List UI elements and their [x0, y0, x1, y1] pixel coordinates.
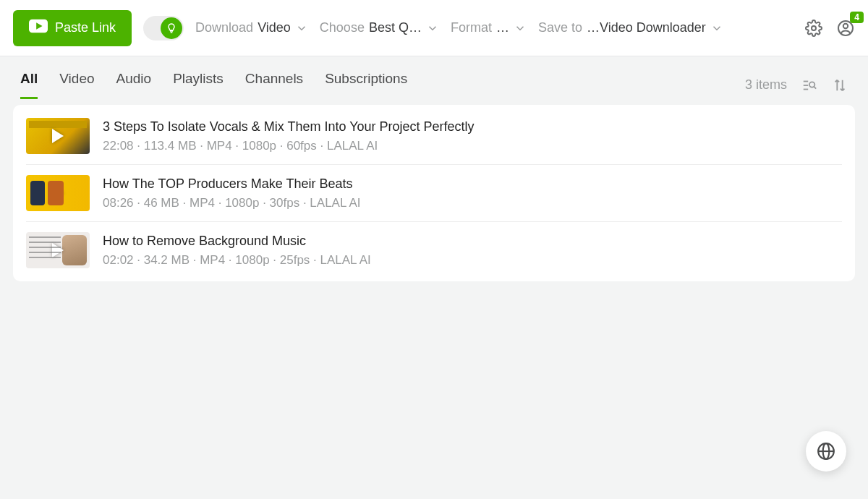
- youtube-icon: [29, 19, 48, 37]
- video-meta: 02:02 · 34.2 MB · MP4 · 1080p · 25fps · …: [103, 253, 371, 268]
- save-to-value: …Video Downloader: [587, 20, 706, 35]
- notification-badge: 4: [850, 12, 864, 23]
- video-title: How The TOP Producers Make Their Beats: [103, 176, 361, 192]
- video-title: How to Remove Background Music: [103, 234, 371, 249]
- filter-tabs-row: AllVideoAudioPlaylistsChannelsSubscripti…: [0, 56, 868, 99]
- quality-value: Best Q…: [369, 20, 422, 35]
- downloads-list: 3 Steps To Isolate Vocals & Mix Them Int…: [13, 105, 855, 281]
- tab-all[interactable]: All: [20, 71, 38, 99]
- toolbar-right: 4: [804, 19, 855, 38]
- list-item-body: 3 Steps To Isolate Vocals & Mix Them Int…: [103, 119, 475, 153]
- format-select[interactable]: Format …: [451, 20, 527, 35]
- format-value: …: [496, 20, 509, 35]
- svg-point-2: [812, 26, 816, 30]
- list-item[interactable]: How to Remove Background Music 02:02 · 3…: [13, 222, 855, 278]
- quality-label: Choose: [320, 20, 365, 35]
- gear-icon: [805, 20, 822, 37]
- settings-button[interactable]: [804, 19, 823, 38]
- globe-icon: [817, 442, 835, 461]
- list-item[interactable]: 3 Steps To Isolate Vocals & Mix Them Int…: [13, 108, 855, 164]
- video-meta: 08:26 · 46 MB · MP4 · 1080p · 30fps · LA…: [103, 196, 361, 210]
- tab-playlists[interactable]: Playlists: [173, 71, 224, 99]
- video-thumbnail: [26, 118, 90, 154]
- play-icon: [52, 243, 64, 257]
- svg-line-9: [814, 86, 816, 88]
- lightbulb-icon: [161, 17, 182, 39]
- tab-channels[interactable]: Channels: [245, 71, 303, 99]
- save-to-select[interactable]: Save to …Video Downloader: [538, 20, 723, 35]
- quality-select[interactable]: Choose Best Q…: [320, 20, 439, 35]
- paste-link-label: Paste Link: [55, 20, 116, 35]
- paste-link-button[interactable]: Paste Link: [13, 10, 132, 46]
- filter-tabs: AllVideoAudioPlaylistsChannelsSubscripti…: [20, 71, 407, 99]
- play-icon: [52, 186, 64, 200]
- save-to-label: Save to: [538, 20, 582, 35]
- download-type-label: Download: [195, 20, 253, 35]
- list-item-body: How to Remove Background Music 02:02 · 3…: [103, 234, 371, 268]
- list-item-body: How The TOP Producers Make Their Beats 0…: [103, 176, 361, 210]
- search-list-icon[interactable]: [801, 77, 817, 93]
- video-title: 3 Steps To Isolate Vocals & Mix Them Int…: [103, 119, 475, 135]
- browser-fab[interactable]: [806, 431, 846, 472]
- chevron-down-icon: [426, 22, 439, 35]
- svg-point-8: [809, 82, 814, 87]
- tab-audio[interactable]: Audio: [116, 71, 152, 99]
- item-count: 3 items: [745, 77, 787, 93]
- list-item[interactable]: How The TOP Producers Make Their Beats 0…: [13, 165, 855, 221]
- video-meta: 22:08 · 113.4 MB · MP4 · 1080p · 60fps ·…: [103, 139, 475, 153]
- tab-subscriptions[interactable]: Subscriptions: [325, 71, 407, 99]
- download-type-select[interactable]: Download Video: [195, 20, 308, 35]
- chevron-down-icon: [295, 22, 308, 35]
- svg-point-4: [843, 23, 848, 27]
- tabs-right-controls: 3 items: [745, 77, 848, 93]
- toolbar: Paste Link Download Video Choose Best Q……: [0, 0, 868, 56]
- tab-video[interactable]: Video: [59, 71, 94, 99]
- video-thumbnail: [26, 232, 90, 268]
- account-button[interactable]: 4: [836, 19, 855, 38]
- chevron-down-icon: [514, 22, 527, 35]
- download-type-value: Video: [258, 20, 291, 35]
- video-thumbnail: [26, 175, 90, 211]
- sort-icon[interactable]: [832, 77, 848, 93]
- format-label: Format: [451, 20, 492, 35]
- smart-mode-toggle[interactable]: [143, 16, 184, 40]
- chevron-down-icon: [710, 22, 723, 35]
- play-icon: [52, 129, 64, 143]
